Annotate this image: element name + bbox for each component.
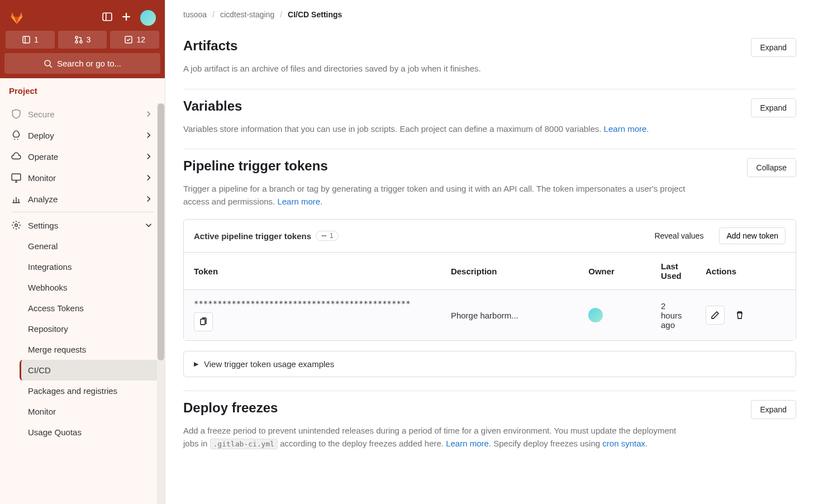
sidebar-sub-packages[interactable]: Packages and registries — [21, 381, 160, 401]
section-title: Deploy freezes — [183, 400, 278, 416]
owner-cell — [578, 290, 651, 341]
breadcrumb: tusooa / cicdtest-staging / CI/CD Settin… — [183, 0, 796, 29]
user-avatar[interactable] — [140, 10, 156, 26]
svg-point-22 — [325, 235, 326, 236]
svg-point-10 — [45, 60, 50, 66]
panel-icon[interactable] — [102, 12, 112, 23]
chart-icon — [11, 194, 21, 204]
chevron-right-icon — [144, 109, 154, 119]
svg-rect-0 — [103, 13, 112, 21]
shield-icon — [11, 109, 21, 119]
col-actions: Actions — [696, 253, 796, 290]
nav-list: Secure Deploy Operate Monitor — [0, 103, 165, 451]
nav-label: Operate — [28, 152, 58, 161]
nav-label: Monitor — [28, 173, 56, 183]
scrollbar-track[interactable] — [157, 103, 165, 504]
sidebar-item-settings[interactable]: Settings — [4, 215, 160, 236]
section-pipeline-tokens: Pipeline trigger tokens Collapse Trigger… — [183, 149, 796, 391]
actions-cell — [696, 290, 796, 341]
todos-counter[interactable]: 12 — [110, 31, 159, 49]
usage-summary[interactable]: View trigger token usage examples — [184, 351, 796, 377]
chevron-down-icon — [144, 220, 154, 230]
token-count-badge: 1 — [316, 231, 339, 241]
gitlab-logo-icon[interactable] — [9, 9, 25, 26]
nav-divider — [11, 212, 154, 212]
owner-avatar[interactable] — [588, 308, 603, 322]
rocket-icon — [11, 130, 21, 140]
copy-token-button[interactable] — [194, 312, 213, 331]
expand-button[interactable]: Expand — [751, 38, 796, 57]
svg-point-21 — [323, 235, 325, 236]
add-new-token-button[interactable]: Add new token — [719, 227, 786, 244]
svg-rect-4 — [23, 36, 30, 43]
edit-token-button[interactable] — [706, 306, 725, 325]
settings-sub-list: General Integrations Webhooks Access Tok… — [4, 236, 160, 443]
sidebar-item-secure[interactable]: Secure — [4, 103, 160, 125]
sidebar-item-deploy[interactable]: Deploy — [4, 125, 160, 146]
learn-more-link[interactable]: Learn more. — [604, 124, 649, 134]
usage-examples-details[interactable]: View trigger token usage examples — [183, 351, 796, 377]
section-desc: Trigger a pipeline for a branch or tag b… — [183, 183, 686, 208]
sidebar-top: 1 3 12 Search or go to... — [0, 0, 165, 78]
main-content: tusooa / cicdtest-staging / CI/CD Settin… — [165, 0, 814, 504]
delete-token-button[interactable] — [730, 306, 749, 325]
sidebar-item-operate[interactable]: Operate — [4, 146, 160, 167]
sidebar-sub-merge-requests[interactable]: Merge requests — [21, 339, 160, 360]
expand-button[interactable]: Expand — [751, 400, 796, 419]
pencil-icon — [711, 311, 720, 320]
svg-point-19 — [15, 224, 18, 227]
sidebar-item-monitor[interactable]: Monitor — [4, 167, 160, 188]
sidebar-header — [4, 4, 160, 31]
sidebar-sub-monitor[interactable]: Monitor — [21, 401, 160, 422]
chevron-right-icon — [144, 130, 154, 140]
token-value: ****************************************… — [194, 299, 431, 308]
search-button[interactable]: Search or go to... — [4, 53, 160, 74]
expand-button[interactable]: Expand — [751, 98, 796, 117]
breadcrumb-item[interactable]: tusooa — [183, 10, 207, 19]
cron-syntax-link[interactable]: cron syntax — [602, 439, 645, 448]
svg-point-7 — [75, 41, 78, 43]
svg-line-11 — [50, 65, 52, 68]
breadcrumb-current: CI/CD Settings — [288, 10, 342, 19]
panel-head: Active pipeline trigger tokens 1 Reveal … — [184, 220, 796, 253]
section-variables: Variables Expand Variables store informa… — [183, 89, 796, 150]
panel-title: Active pipeline trigger tokens — [194, 231, 311, 241]
learn-more-link[interactable]: Learn more. — [277, 197, 322, 206]
description-cell: Phorge harborm... — [441, 290, 578, 341]
learn-more-link[interactable]: Learn more. — [446, 439, 491, 448]
breadcrumb-item[interactable]: cicdtest-staging — [220, 10, 274, 19]
tokens-panel: Active pipeline trigger tokens 1 Reveal … — [183, 219, 796, 341]
tokens-table: Token Description Owner Last Used Action… — [184, 253, 796, 340]
section-deploy-freezes: Deploy freezes Expand Add a freeze perio… — [183, 391, 796, 463]
trash-icon — [735, 311, 744, 320]
cloud-icon — [11, 151, 21, 161]
sidebar-sub-repository[interactable]: Repository — [21, 318, 160, 339]
sidebar-sub-access-tokens[interactable]: Access Tokens — [21, 298, 160, 318]
col-description: Description — [441, 253, 578, 290]
sidebar-sub-usage-quotas[interactable]: Usage Quotas — [21, 422, 160, 443]
breadcrumb-separator: / — [212, 10, 215, 19]
sidebar-item-analyze[interactable]: Analyze — [4, 188, 160, 210]
chevron-right-icon — [144, 194, 154, 204]
sidebar-sub-general[interactable]: General — [21, 236, 160, 256]
chevron-right-icon — [144, 151, 154, 161]
collapse-button[interactable]: Collapse — [747, 158, 796, 177]
project-label[interactable]: Project — [0, 78, 165, 103]
nav-label: Settings — [28, 221, 58, 230]
chevron-right-icon — [144, 173, 154, 183]
issues-counter[interactable]: 1 — [6, 31, 55, 49]
col-owner: Owner — [578, 253, 651, 290]
reveal-values-button[interactable]: Reveal values — [649, 228, 709, 244]
plus-icon[interactable] — [121, 12, 131, 23]
scrollbar-thumb[interactable] — [158, 103, 164, 360]
section-title: Artifacts — [183, 38, 237, 54]
breadcrumb-separator: / — [280, 10, 282, 19]
token-cell: ****************************************… — [184, 290, 441, 341]
sidebar-sub-cicd[interactable]: CI/CD — [20, 360, 160, 381]
hidden-icon — [321, 232, 327, 239]
col-last-used: Last Used — [651, 253, 696, 290]
sidebar-sub-integrations[interactable]: Integrations — [21, 256, 160, 277]
svg-point-8 — [80, 41, 82, 43]
sidebar-sub-webhooks[interactable]: Webhooks — [21, 277, 160, 298]
merge-requests-counter[interactable]: 3 — [58, 31, 107, 49]
